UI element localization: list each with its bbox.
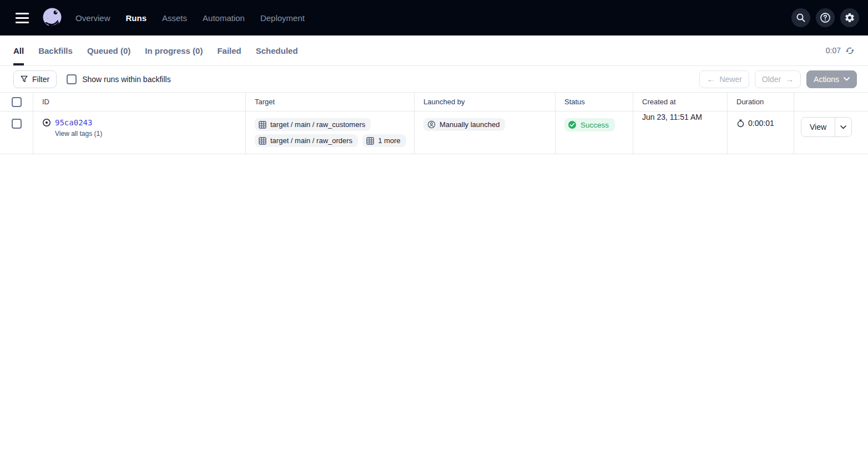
launched-by-tag[interactable]: Manually launched (423, 118, 505, 131)
run-id-cell: 95ca0243 View all tags (1) (33, 111, 246, 154)
app-header: Overview Runs Assets Automation Deployme… (0, 0, 868, 35)
runs-tabs: All Backfills Queued (0) In progress (0)… (13, 35, 298, 65)
target-cell: target / main / raw_customers target / m… (246, 111, 415, 154)
duration-value: 0:00:01 (748, 119, 774, 128)
target-tag[interactable]: target / main / raw_orders (255, 134, 358, 147)
tab-scheduled[interactable]: Scheduled (256, 35, 298, 65)
table-row: 95ca0243 View all tags (1) target / main… (0, 111, 868, 154)
nav-deployment[interactable]: Deployment (260, 13, 305, 23)
user-icon (427, 120, 436, 129)
chevron-down-icon (844, 77, 850, 81)
view-chevron-down-icon[interactable] (835, 118, 851, 136)
filter-icon (21, 75, 28, 83)
tab-failed[interactable]: Failed (217, 35, 241, 65)
runs-table: ID Target Launched by Status Created at … (0, 92, 868, 154)
asset-table-icon (366, 137, 374, 145)
nav-assets[interactable]: Assets (162, 13, 187, 23)
settings-icon[interactable] (840, 8, 859, 27)
table-header-row: ID Target Launched by Status Created at … (0, 93, 868, 111)
target-tag[interactable]: target / main / raw_customers (255, 118, 371, 131)
nav-automation[interactable]: Automation (203, 13, 245, 23)
duration-cell: 0:00:01 (728, 111, 794, 154)
view-all-tags-link[interactable]: View all tags (1) (55, 130, 236, 138)
nav-overview[interactable]: Overview (75, 13, 110, 23)
refresh-countdown: 0:07 (826, 46, 841, 55)
show-backfills-checkbox[interactable] (67, 74, 77, 84)
status-badge: Success (564, 118, 615, 131)
tab-all[interactable]: All (13, 35, 24, 65)
actions-button[interactable]: Actions (806, 70, 857, 88)
run-status-icon (42, 118, 51, 127)
column-header-id: ID (33, 93, 246, 111)
column-header-created-at: Created at (633, 93, 728, 111)
newer-button-label: Newer (719, 75, 741, 84)
created-at-value: Jun 23, 11:51 AM (642, 113, 702, 121)
stopwatch-icon (736, 119, 745, 128)
show-backfills-label: Show runs within backfills (82, 75, 171, 84)
menu-icon[interactable] (11, 7, 33, 29)
view-button[interactable]: View (801, 118, 835, 136)
launched-by-cell: Manually launched (415, 111, 556, 154)
actions-button-label: Actions (814, 75, 839, 84)
filter-button[interactable]: Filter (13, 70, 57, 88)
tab-in-progress[interactable]: In progress (0) (145, 35, 203, 65)
runs-tabs-bar: All Backfills Queued (0) In progress (0)… (0, 35, 868, 66)
column-header-target: Target (246, 93, 415, 111)
status-label: Success (581, 121, 609, 129)
filter-button-label: Filter (32, 75, 49, 84)
row-actions-cell: View (794, 111, 868, 154)
target-tag-label: target / main / raw_customers (270, 120, 365, 129)
nav-runs[interactable]: Runs (126, 13, 147, 23)
status-cell: Success (556, 111, 633, 154)
run-id-link[interactable]: 95ca0243 (55, 118, 92, 127)
runs-toolbar: Filter Show runs within backfills ← Newe… (0, 66, 868, 92)
arrow-left-icon: ← (706, 75, 715, 83)
column-header-status: Status (556, 93, 633, 111)
row-checkbox[interactable] (12, 119, 22, 129)
select-all-checkbox[interactable] (12, 97, 22, 107)
more-targets-label: 1 more (378, 136, 400, 145)
search-icon[interactable] (791, 8, 810, 27)
older-button-label: Older (762, 75, 781, 84)
target-tag-label: target / main / raw_orders (270, 136, 352, 145)
launched-by-label: Manually launched (440, 120, 499, 129)
asset-table-icon (259, 137, 266, 145)
column-header-launched-by: Launched by (415, 93, 556, 111)
newer-button[interactable]: ← Newer (699, 70, 749, 88)
arrow-right-icon: → (785, 75, 794, 83)
success-check-icon (568, 120, 577, 129)
help-icon[interactable] (816, 8, 835, 27)
tab-backfills[interactable]: Backfills (38, 35, 73, 65)
older-button[interactable]: Older → (755, 70, 801, 88)
created-at-cell: Jun 23, 11:51 AM (633, 111, 728, 154)
asset-table-icon (259, 121, 266, 129)
refresh-icon[interactable] (845, 46, 855, 55)
column-header-actions (794, 93, 868, 111)
more-targets-tag[interactable]: 1 more (362, 134, 406, 147)
header-actions (791, 8, 859, 27)
dagster-logo-icon[interactable] (41, 7, 63, 29)
column-header-duration: Duration (728, 93, 794, 111)
main-nav: Overview Runs Assets Automation Deployme… (75, 13, 305, 23)
tab-queued[interactable]: Queued (0) (87, 35, 130, 65)
